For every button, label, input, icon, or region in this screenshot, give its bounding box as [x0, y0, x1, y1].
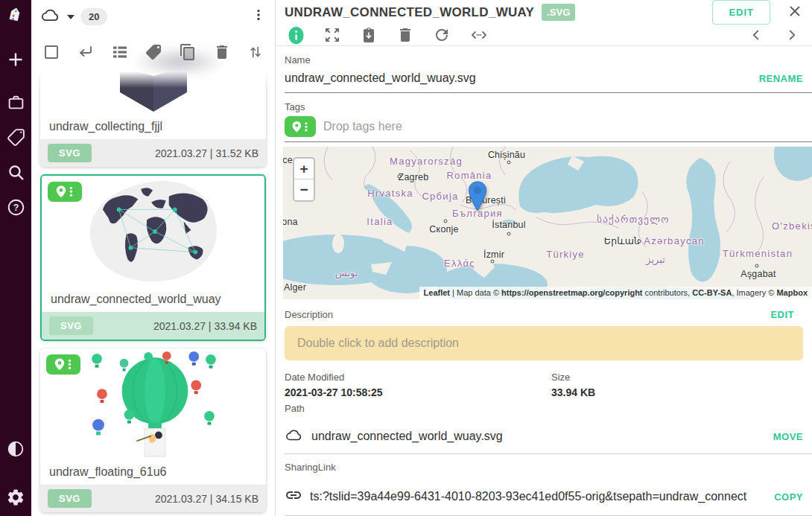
map-label: საქართველო	[597, 214, 670, 225]
city-dot-icon	[507, 232, 511, 236]
svg-text:?: ?	[13, 203, 19, 213]
sort-icon[interactable]	[247, 43, 264, 61]
city-dot-icon	[491, 260, 495, 264]
chevron-right-icon[interactable]	[784, 27, 800, 43]
map-label: İzmir	[483, 249, 504, 260]
size-block: Size 33.94 KB	[551, 372, 595, 398]
name-field: undraw_connected_world_wuay.svg RENAME	[285, 66, 812, 93]
map-marker-icon[interactable]	[468, 181, 487, 214]
zoom-in-button[interactable]: +	[294, 159, 314, 179]
map-label: Србија	[422, 191, 458, 202]
attribution-link[interactable]: Leaflet	[424, 288, 450, 297]
tagspaces-logo-icon[interactable]	[6, 7, 26, 28]
map-label: تبريز	[646, 254, 665, 265]
fullscreen-icon[interactable]	[323, 26, 341, 44]
filetype-badge: SVG	[48, 489, 92, 508]
file-card[interactable]: undraw_collecting_fjjl SVG 2021.03.27 | …	[40, 71, 266, 167]
tags-drop-area[interactable]: Drop tags here	[285, 112, 812, 142]
detail-body: Name undraw_connected_world_wuay.svg REN…	[276, 46, 812, 516]
map-label: تونس	[335, 267, 358, 278]
file-card-selected[interactable]: undraw_connected_world_wuay SVG 2021.03.…	[40, 174, 266, 341]
list-view-icon[interactable]	[111, 43, 129, 61]
tag-icon[interactable]	[145, 43, 162, 61]
tags-icon[interactable]	[7, 128, 25, 147]
add-button[interactable]	[6, 50, 25, 69]
city-dot-icon	[755, 264, 759, 268]
size-label: Size	[551, 372, 595, 383]
map-label: ce	[283, 155, 293, 165]
description-placeholder[interactable]: Double click to add description	[285, 326, 803, 360]
select-square-icon[interactable]	[42, 43, 60, 61]
filetype-badge: SVG	[48, 144, 92, 162]
name-value: undraw_connected_world_wuay.svg	[285, 71, 759, 85]
file-count-badge: 20	[80, 8, 107, 25]
help-icon[interactable]: ?	[7, 198, 25, 217]
file-card-footer: SVG 2021.03.27 | 34.15 KB	[40, 485, 266, 512]
info-icon[interactable]	[288, 26, 305, 45]
map-label: Ελλάς	[444, 258, 475, 269]
map-label: Երևան	[604, 235, 640, 246]
city-dot-icon	[444, 220, 448, 223]
date-modified-label: Date Modified	[285, 372, 551, 383]
clipboard-download-icon[interactable]	[360, 26, 378, 44]
attribution-link[interactable]: Mapbox	[776, 288, 808, 297]
map-label: Zagreb	[399, 172, 429, 182]
kebab-menu-icon[interactable]	[251, 7, 266, 26]
file-title: undraw_collecting_fjjl	[40, 113, 266, 139]
delete-trash-icon[interactable]	[213, 43, 231, 61]
delete-trash-icon[interactable]	[396, 26, 414, 44]
file-card[interactable]: undraw_floating_61u6 SVG 2021.03.27 | 34…	[40, 348, 266, 512]
copy-icon[interactable]	[179, 43, 197, 61]
close-icon[interactable]	[787, 3, 803, 22]
extension-badge: .SVG	[542, 4, 575, 21]
reload-icon[interactable]	[433, 26, 451, 44]
file-card-footer: SVG 2021.03.27 | 31.52 KB	[40, 139, 266, 167]
tags-placeholder: Drop tags here	[323, 120, 402, 133]
enter-return-icon[interactable]	[77, 43, 95, 61]
sharing-link-value: ts:?tslid=39a44e99-6431-4010-8203-93ec41…	[310, 490, 767, 503]
zoom-out-button[interactable]: −	[294, 179, 314, 200]
file-meta-section: Date Modified 2021-03-27 10:58:25 Size 3…	[285, 372, 812, 398]
library-header: 20	[31, 0, 275, 33]
left-rail: ?	[0, 0, 31, 516]
path-label: Path	[285, 403, 803, 414]
map-label: Hrvatska	[367, 188, 413, 199]
geo-pin-badge[interactable]	[46, 354, 80, 375]
leaflet-map[interactable]: ceMagyarországChișinăuRomâniaZagrebHrvat…	[283, 147, 812, 299]
search-icon[interactable]	[7, 163, 25, 182]
file-meta: 2021.03.27 | 34.15 KB	[155, 493, 258, 505]
file-nav	[748, 27, 800, 43]
cloud-location-icon[interactable]	[40, 7, 61, 26]
geo-pin-badge[interactable]	[48, 182, 82, 202]
file-meta: 2021.03.27 | 33.94 KB	[153, 320, 257, 332]
city-dot-icon	[398, 175, 402, 179]
edit-file-button[interactable]: EDIT	[712, 0, 770, 25]
map-label: Türkiye	[546, 249, 585, 260]
cloud-location-icon	[285, 427, 304, 445]
attribution-link[interactable]: CC-BY-SA	[692, 288, 732, 297]
app-window: ? 20	[0, 0, 812, 516]
chevron-left-icon[interactable]	[748, 27, 764, 43]
description-edit-button[interactable]: EDIT	[770, 309, 794, 320]
description-header: Description EDIT	[285, 309, 803, 320]
theme-contrast-icon[interactable]	[7, 440, 25, 458]
settings-gear-icon[interactable]	[6, 488, 25, 507]
rename-button[interactable]: RENAME	[759, 73, 803, 84]
map-label: Alger	[284, 282, 306, 293]
city-dot-icon	[638, 240, 641, 243]
map-attribution[interactable]: Leaflet | Map data © https://openstreetm…	[419, 287, 812, 299]
attribution-text: | Map data ©	[450, 288, 501, 297]
map-zoom-control: + −	[293, 157, 315, 202]
move-button[interactable]: MOVE	[773, 431, 803, 442]
library-briefcase-icon[interactable]	[7, 93, 25, 112]
file-meta: 2021.03.27 | 31.52 KB	[155, 147, 258, 159]
geo-pin-badge[interactable]	[285, 116, 316, 137]
map-label: Türkmenistan	[723, 248, 793, 259]
copy-link-button[interactable]: COPY	[774, 491, 803, 503]
map-label: Azərbaycan	[644, 235, 705, 246]
detail-header: UNDRAW_CONNECTED_WORLD_WUAY .SVG EDIT	[276, 0, 812, 25]
attribution-link[interactable]: https://openstreetmap.org/copyright	[501, 288, 642, 297]
code-expand-icon[interactable]	[469, 26, 489, 44]
caret-down-icon[interactable]	[66, 10, 75, 23]
filetype-badge: SVG	[49, 316, 93, 335]
